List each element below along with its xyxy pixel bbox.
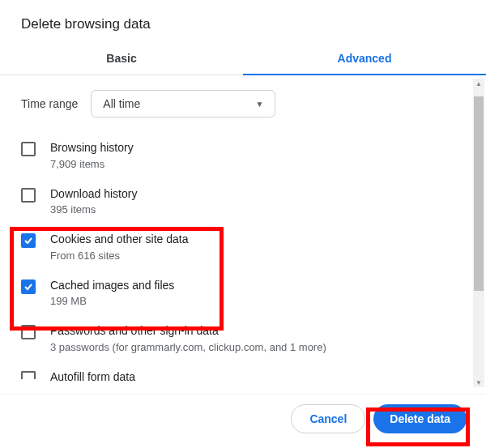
- item-title: Download history: [50, 186, 465, 203]
- item-text: Passwords and other sign-in data 3 passw…: [50, 323, 465, 353]
- item-sub: 199 MB: [50, 295, 465, 307]
- checkbox-cache[interactable]: [21, 279, 36, 294]
- item-sub: From 616 sites: [50, 250, 465, 262]
- tab-basic[interactable]: Basic: [0, 45, 243, 75]
- list-item: Autofill form data: [21, 361, 465, 386]
- dialog-title: Delete browsing data: [0, 0, 486, 45]
- item-sub: 3 passwords (for grammarly.com, clickup.…: [50, 341, 465, 353]
- dialog-footer: Cancel Delete data: [0, 394, 486, 448]
- item-sub: 395 items: [50, 203, 465, 215]
- items-list: Browsing history 7,909 items Download hi…: [0, 132, 486, 386]
- cancel-button[interactable]: Cancel: [291, 404, 365, 433]
- delete-data-button[interactable]: Delete data: [373, 404, 467, 433]
- list-item: Browsing history 7,909 items: [21, 132, 465, 178]
- tabs: Basic Advanced: [0, 45, 486, 75]
- scroll-down-icon[interactable]: ▼: [473, 378, 484, 387]
- scroll-area: Time range All time ▼ Browsing history 7…: [0, 75, 486, 394]
- item-text: Browsing history 7,909 items: [50, 140, 465, 170]
- list-item: Cookies and other site data From 616 sit…: [21, 224, 465, 270]
- checkbox-browsing-history[interactable]: [21, 142, 36, 156]
- tab-advanced[interactable]: Advanced: [243, 45, 486, 75]
- checkbox-autofill[interactable]: [21, 371, 36, 379]
- chevron-down-icon: ▼: [255, 100, 263, 109]
- item-title: Passwords and other sign-in data: [50, 323, 465, 339]
- list-item: Passwords and other sign-in data 3 passw…: [21, 315, 465, 361]
- time-range-value: All time: [103, 97, 140, 110]
- item-text: Cached images and files 199 MB: [50, 278, 465, 308]
- item-text: Cookies and other site data From 616 sit…: [50, 232, 465, 262]
- item-title: Cookies and other site data: [50, 232, 465, 248]
- check-icon: [23, 282, 33, 292]
- time-range-row: Time range All time ▼: [0, 90, 486, 132]
- checkbox-passwords[interactable]: [21, 325, 36, 339]
- delete-browsing-data-dialog: Delete browsing data Basic Advanced Time…: [0, 0, 486, 448]
- list-item: Download history 395 items: [21, 178, 465, 224]
- item-text: Autofill form data: [50, 369, 465, 386]
- item-text: Download history 395 items: [50, 186, 465, 216]
- scroll-up-icon[interactable]: ▲: [473, 79, 484, 88]
- item-title: Autofill form data: [50, 369, 465, 386]
- check-icon: [23, 236, 33, 245]
- time-range-label: Time range: [21, 97, 78, 110]
- checkbox-cookies[interactable]: [21, 233, 36, 248]
- item-title: Browsing history: [50, 140, 465, 156]
- time-range-select[interactable]: All time ▼: [91, 90, 275, 117]
- scrollbar-thumb[interactable]: [474, 96, 484, 291]
- checkbox-download-history[interactable]: [21, 188, 36, 203]
- item-title: Cached images and files: [50, 278, 465, 294]
- list-item: Cached images and files 199 MB: [21, 270, 465, 316]
- item-sub: 7,909 items: [50, 158, 465, 170]
